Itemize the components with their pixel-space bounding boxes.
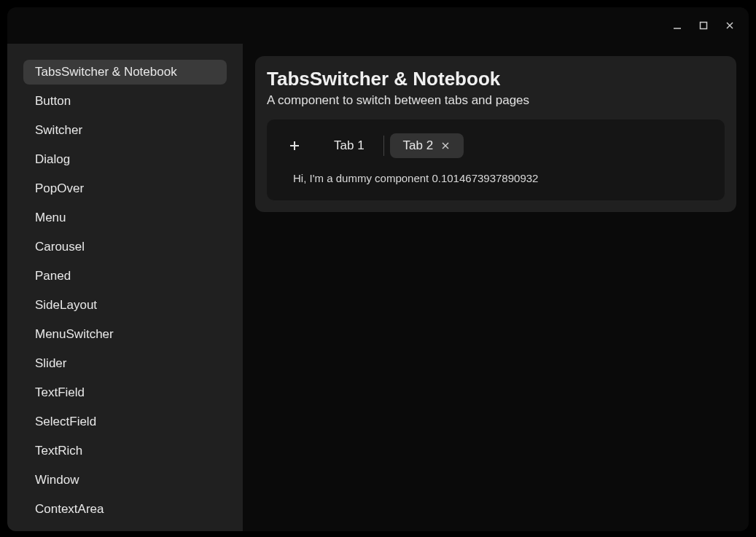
sidebar-item-selectfield[interactable]: SelectField	[23, 409, 227, 434]
sidebar-item-switcher[interactable]: Switcher	[23, 118, 227, 143]
tab-content: Hi, I'm a dummy component 0.101467393789…	[280, 172, 712, 184]
tab-close-button[interactable]	[440, 141, 451, 151]
sidebar-item-label: TabsSwitcher & Notebook	[35, 65, 177, 79]
svg-rect-1	[701, 23, 707, 29]
close-icon	[442, 142, 449, 149]
sidebar: TabsSwitcher & Notebook Button Switcher …	[7, 44, 243, 531]
tab-label: Tab 2	[403, 138, 434, 153]
app-window: TabsSwitcher & Notebook Button Switcher …	[7, 7, 749, 531]
close-icon	[725, 20, 735, 31]
tabs-demo-panel: Tab 1 Tab 2 Hi, I'm a dummy component 0.…	[267, 119, 725, 200]
sidebar-item-textfield[interactable]: TextField	[23, 380, 227, 405]
sidebar-item-dialog[interactable]: Dialog	[23, 147, 227, 172]
sidebar-item-label: Dialog	[35, 152, 70, 166]
sidebar-item-menuswitcher[interactable]: MenuSwitcher	[23, 322, 227, 347]
add-tab-button[interactable]	[281, 133, 308, 159]
tab-1[interactable]: Tab 1	[321, 133, 378, 158]
sidebar-item-button[interactable]: Button	[23, 89, 227, 114]
sidebar-item-sidelayout[interactable]: SideLayout	[23, 293, 227, 318]
sidebar-item-label: Switcher	[35, 123, 82, 137]
sidebar-item-label: MenuSwitcher	[35, 327, 114, 341]
maximize-button[interactable]	[693, 15, 714, 36]
sidebar-item-label: TextRich	[35, 444, 82, 458]
sidebar-item-label: SideLayout	[35, 298, 97, 312]
sidebar-item-label: PopOver	[35, 181, 84, 195]
tab-divider	[383, 136, 384, 156]
sidebar-item-popover[interactable]: PopOver	[23, 176, 227, 201]
sidebar-item-label: Window	[35, 473, 79, 487]
tab-2[interactable]: Tab 2	[390, 133, 464, 158]
sidebar-item-label: Button	[35, 94, 71, 108]
main-area: TabsSwitcher & Notebook A component to s…	[243, 44, 749, 531]
sidebar-item-dark-mode[interactable]: Dark Mode	[23, 526, 227, 531]
content-area: TabsSwitcher & Notebook Button Switcher …	[7, 44, 749, 531]
sidebar-item-paned[interactable]: Paned	[23, 264, 227, 289]
sidebar-item-carousel[interactable]: Carousel	[23, 235, 227, 259]
sidebar-item-label: Slider	[35, 356, 66, 370]
component-panel: TabsSwitcher & Notebook A component to s…	[255, 56, 736, 212]
minimize-icon	[672, 20, 682, 31]
tabs-row: Tab 1 Tab 2	[280, 133, 712, 159]
minimize-button[interactable]	[667, 15, 687, 36]
titlebar	[7, 7, 749, 44]
sidebar-item-window[interactable]: Window	[23, 468, 227, 493]
sidebar-item-label: TextField	[35, 385, 85, 399]
sidebar-item-contextarea[interactable]: ContextArea	[23, 497, 227, 522]
page-title: TabsSwitcher & Notebook	[267, 68, 725, 90]
sidebar-item-label: Menu	[35, 211, 66, 224]
close-button[interactable]	[720, 15, 740, 36]
plus-icon	[289, 140, 300, 152]
sidebar-item-label: ContextArea	[35, 502, 104, 516]
sidebar-item-label: SelectField	[35, 415, 96, 428]
sidebar-item-menu[interactable]: Menu	[23, 205, 227, 230]
sidebar-item-tabsswitcher-notebook[interactable]: TabsSwitcher & Notebook	[23, 60, 227, 85]
sidebar-item-label: Paned	[35, 269, 71, 283]
maximize-icon	[698, 20, 709, 31]
sidebar-item-slider[interactable]: Slider	[23, 351, 227, 376]
page-subtitle: A component to switch between tabs and p…	[267, 93, 725, 108]
sidebar-item-label: Carousel	[35, 240, 85, 254]
sidebar-item-textrich[interactable]: TextRich	[23, 439, 227, 463]
tab-label: Tab 1	[334, 138, 365, 153]
